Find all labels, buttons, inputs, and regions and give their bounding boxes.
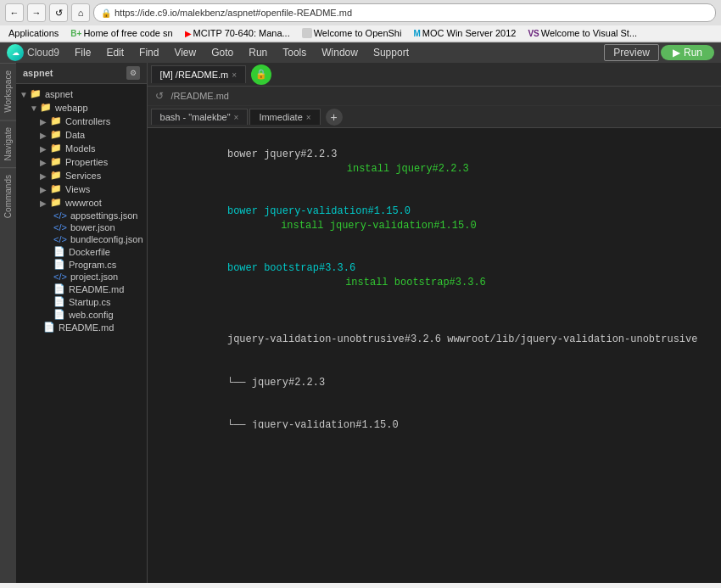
bookmark-freecode[interactable]: B+ Home of free code sn: [67, 27, 176, 39]
workspace-label[interactable]: Workspace: [0, 63, 16, 120]
tree-label: appsettings.json: [70, 210, 138, 221]
terminal-line: [154, 305, 721, 319]
lock-tab-icon[interactable]: 🔒: [251, 64, 271, 85]
tree-item-views[interactable]: ▶ 📁 Views: [16, 182, 147, 196]
home-button[interactable]: ⌂: [71, 3, 90, 22]
tree-item-readme-root[interactable]: ▶ 📄 README.md: [16, 321, 147, 333]
menu-find[interactable]: Find: [132, 45, 165, 60]
bookmark-label: MCITP 70-640: Mana...: [193, 28, 290, 38]
tree-label: aspnet: [45, 89, 73, 99]
tree-item-bower[interactable]: ▶ </> bower.json: [16, 221, 147, 233]
tree-item-webapp[interactable]: ▼ 📁 webapp: [16, 101, 147, 115]
tree-arrow: ▶: [43, 272, 53, 282]
tree-item-program[interactable]: ▶ 📄 Program.cs: [16, 258, 147, 271]
menu-edit[interactable]: Edit: [99, 45, 131, 60]
tree-item-services[interactable]: ▶ 📁 Services: [16, 169, 147, 182]
menu-file[interactable]: File: [68, 45, 98, 60]
tree-item-wwwroot[interactable]: ▶ 📁 wwwroot: [16, 196, 147, 210]
forward-button[interactable]: →: [27, 3, 46, 22]
tree-item-startup[interactable]: ▶ 📄 Startup.cs: [16, 295, 147, 308]
tree-arrow: ▶: [43, 260, 53, 269]
address-bar[interactable]: 🔒 https://ide.c9.io/malekbenz/aspnet#ope…: [93, 3, 716, 22]
run-label: Run: [684, 47, 702, 59]
menu-logo-text: Cloud9: [27, 47, 59, 59]
navigate-label[interactable]: Navigate: [0, 120, 16, 167]
commands-label[interactable]: Commands: [0, 167, 16, 225]
menu-tools[interactable]: Tools: [276, 45, 313, 60]
run-button[interactable]: ▶ Run: [661, 45, 714, 60]
reload-button[interactable]: ↺: [49, 3, 68, 22]
terminal-tab-close[interactable]: ×: [306, 113, 311, 122]
plain-file-icon: 📄: [43, 322, 55, 333]
tree-arrow: ▶: [40, 144, 50, 154]
tree-arrow: ▶: [40, 199, 50, 208]
menu-support[interactable]: Support: [366, 45, 416, 60]
menu-window[interactable]: Window: [315, 45, 365, 60]
tree-item-data[interactable]: ▶ 📁 Data: [16, 128, 147, 142]
tree-label: web.config: [69, 310, 114, 320]
panel-actions: ⚙: [126, 66, 140, 80]
tree-arrow: ▶: [43, 235, 53, 244]
browser-chrome: ← → ↺ ⌂ 🔒 https://ide.c9.io/malekbenz/as…: [0, 0, 721, 42]
bookmark-mcitp[interactable]: ▶ MCITP 70-640: Mana...: [182, 27, 293, 39]
bookmark-openshift[interactable]: Welcome to OpenShi: [299, 27, 405, 39]
plain-file-icon: 📄: [53, 309, 65, 320]
refresh-icon[interactable]: ↺: [153, 89, 166, 103]
ide-container: ☁ Cloud9 File Edit Find View Goto Run To…: [0, 42, 721, 583]
bookmark-moc[interactable]: M MOC Win Server 2012: [410, 27, 519, 39]
bookmark-applications[interactable]: Applications: [5, 27, 62, 39]
bookmark-label: Applications: [8, 28, 59, 38]
terminal-add-tab[interactable]: +: [326, 109, 343, 126]
tree-item-bundleconfig[interactable]: ▶ </> bundleconfig.json: [16, 233, 147, 245]
bookmark-label: Home of free code sn: [83, 28, 172, 38]
terminal-content[interactable]: bower jquery#2.2.3 install jquery#2.2.3 …: [148, 128, 721, 428]
tree-label: wwwroot: [65, 198, 102, 208]
bm-icon-yt: ▶: [185, 29, 192, 38]
tree-label: Services: [65, 171, 101, 181]
file-tree-panel: aspnet ⚙ ▼ 📁 aspnet ▼ 📁 webapp: [16, 63, 148, 583]
code-file-icon: </>: [53, 222, 67, 232]
bookmark-label: MOC Win Server 2012: [422, 28, 517, 38]
tree-label: bundleconfig.json: [70, 234, 143, 244]
back-button[interactable]: ←: [5, 3, 24, 22]
menu-run[interactable]: Run: [242, 45, 274, 60]
tree-arrow: ▼: [20, 90, 30, 99]
preview-button[interactable]: Preview: [604, 44, 659, 61]
terminal-tab-bar: bash - "malekbe" × Immediate × +: [148, 106, 721, 128]
tree-arrow: ▶: [40, 158, 50, 167]
tab-readme[interactable]: [M] /README.m ×: [151, 65, 247, 83]
terminal-tab-close[interactable]: ×: [234, 113, 239, 122]
tree-label: Properties: [65, 157, 108, 167]
tree-arrow: ▶: [40, 171, 50, 181]
tree-item-appsettings[interactable]: ▶ </> appsettings.json: [16, 210, 147, 221]
folder-icon: 📁: [40, 102, 53, 114]
bm-icon-freecode: B+: [70, 29, 81, 38]
menu-goto[interactable]: Goto: [204, 45, 240, 60]
menu-logo: ☁ Cloud9: [7, 44, 59, 61]
tree-arrow: ▶: [40, 185, 50, 194]
file-tree: ▼ 📁 aspnet ▼ 📁 webapp ▶ 📁 Controllers: [16, 84, 147, 583]
panel-gear-button[interactable]: ⚙: [126, 66, 140, 80]
bm-icon-openshift: [302, 28, 312, 38]
tree-item-models[interactable]: ▶ 📁 Models: [16, 142, 147, 155]
tree-item-properties[interactable]: ▶ 📁 Properties: [16, 155, 147, 169]
tree-label: project.json: [70, 272, 118, 282]
tree-item-project[interactable]: ▶ </> project.json: [16, 271, 147, 283]
folder-icon: 📁: [50, 143, 64, 154]
tree-item-readme-webapp[interactable]: ▶ 📄 README.md: [16, 283, 147, 295]
plain-file-icon: 📄: [53, 283, 65, 294]
tree-label: Controllers: [65, 116, 110, 126]
tab-close-icon[interactable]: ×: [232, 70, 237, 80]
bookmark-visualst[interactable]: VS Welcome to Visual St...: [524, 27, 640, 39]
menu-view[interactable]: View: [167, 45, 203, 60]
menu-bar: ☁ Cloud9 File Edit Find View Goto Run To…: [0, 42, 721, 63]
tree-item-controllers[interactable]: ▶ 📁 Controllers: [16, 115, 147, 128]
folder-icon: 📁: [50, 170, 64, 182]
tree-item-dockerfile[interactable]: ▶ 📄 Dockerfile: [16, 245, 147, 258]
tree-item-webconfig[interactable]: ▶ 📄 web.config: [16, 308, 147, 321]
tab-label: [M] /README.m: [160, 70, 229, 80]
folder-icon: 📁: [50, 115, 64, 127]
terminal-tab-bash[interactable]: bash - "malekbe" ×: [151, 109, 249, 125]
tree-item-aspnet[interactable]: ▼ 📁 aspnet: [16, 87, 147, 101]
terminal-tab-immediate[interactable]: Immediate ×: [249, 109, 320, 125]
